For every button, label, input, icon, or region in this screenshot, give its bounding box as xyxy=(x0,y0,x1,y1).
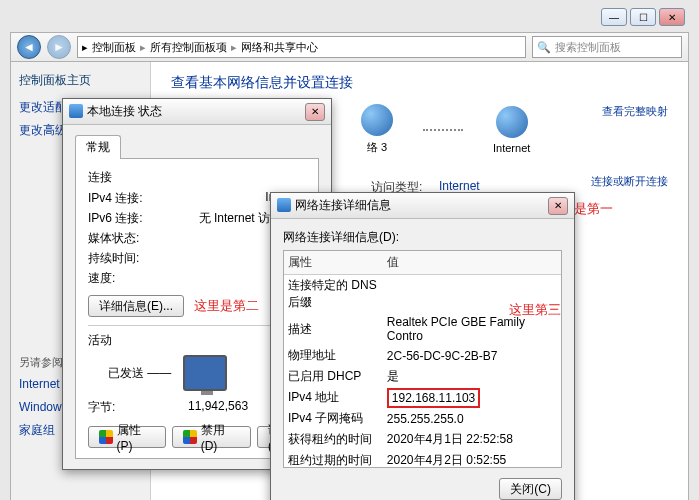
details-heading: 网络连接详细信息(D): xyxy=(283,229,562,246)
status-dialog-title: 本地连接 状态 xyxy=(69,103,305,120)
disable-button[interactable]: 禁用(D) xyxy=(172,426,251,448)
properties-button[interactable]: 属性(P) xyxy=(88,426,166,448)
status-close-button[interactable]: ✕ xyxy=(305,103,325,121)
forward-button[interactable]: ► xyxy=(47,35,71,59)
sidebar-home[interactable]: 控制面板主页 xyxy=(19,72,142,89)
back-button[interactable]: ◄ xyxy=(17,35,41,59)
breadcrumb-mid[interactable]: 所有控制面板项 xyxy=(150,40,227,55)
table-row[interactable]: 租约过期的时间2020年4月2日 0:52:55 xyxy=(284,450,561,468)
close-button[interactable]: ✕ xyxy=(659,8,685,26)
table-row[interactable]: 获得租约的时间2020年4月1日 22:52:58 xyxy=(284,429,561,450)
annotation-2: 这里是第二 xyxy=(194,297,259,315)
close-details-button[interactable]: 关闭(C) xyxy=(499,478,562,500)
details-table: 属性值 连接特定的 DNS 后缀描述Realtek PCIe GBE Famil… xyxy=(284,251,561,468)
breadcrumb-leaf[interactable]: 网络和共享中心 xyxy=(241,40,318,55)
annotation-3: 这里第三 xyxy=(509,301,561,319)
table-row[interactable]: IPv4 子网掩码255.255.255.0 xyxy=(284,408,561,429)
details-dialog-title: 网络连接详细信息 xyxy=(277,197,548,214)
shield-icon xyxy=(99,430,113,444)
internet-icon xyxy=(496,106,528,138)
search-input[interactable]: 🔍搜索控制面板 xyxy=(532,36,682,58)
network-icon xyxy=(361,104,393,136)
connection-details-dialog: 网络连接详细信息 ✕ 网络连接详细信息(D): 属性值 连接特定的 DNS 后缀… xyxy=(270,192,575,500)
minimize-button[interactable]: — xyxy=(601,8,627,26)
connect-disconnect-link[interactable]: 连接或断开连接 xyxy=(591,174,668,189)
monitor-icon xyxy=(183,355,227,391)
page-heading: 查看基本网络信息并设置连接 xyxy=(171,74,668,92)
toolbar: ◄ ► ▸ 控制面板 ▸ 所有控制面板项 ▸ 网络和共享中心 🔍搜索控制面板 xyxy=(10,32,689,62)
maximize-button[interactable]: ☐ xyxy=(630,8,656,26)
general-tab[interactable]: 常规 xyxy=(75,135,121,159)
shield-icon xyxy=(183,430,197,444)
details-close-button[interactable]: ✕ xyxy=(548,197,568,215)
full-map-link[interactable]: 查看完整映射 xyxy=(602,104,668,119)
table-row[interactable]: 物理地址2C-56-DC-9C-2B-B7 xyxy=(284,345,561,366)
table-row[interactable]: IPv4 地址192.168.11.103 xyxy=(284,387,561,408)
details-button[interactable]: 详细信息(E)... xyxy=(88,295,184,317)
table-row[interactable]: 已启用 DHCP是 xyxy=(284,366,561,387)
breadcrumb-root[interactable]: 控制面板 xyxy=(92,40,136,55)
breadcrumb[interactable]: ▸ 控制面板 ▸ 所有控制面板项 ▸ 网络和共享中心 xyxy=(77,36,526,58)
